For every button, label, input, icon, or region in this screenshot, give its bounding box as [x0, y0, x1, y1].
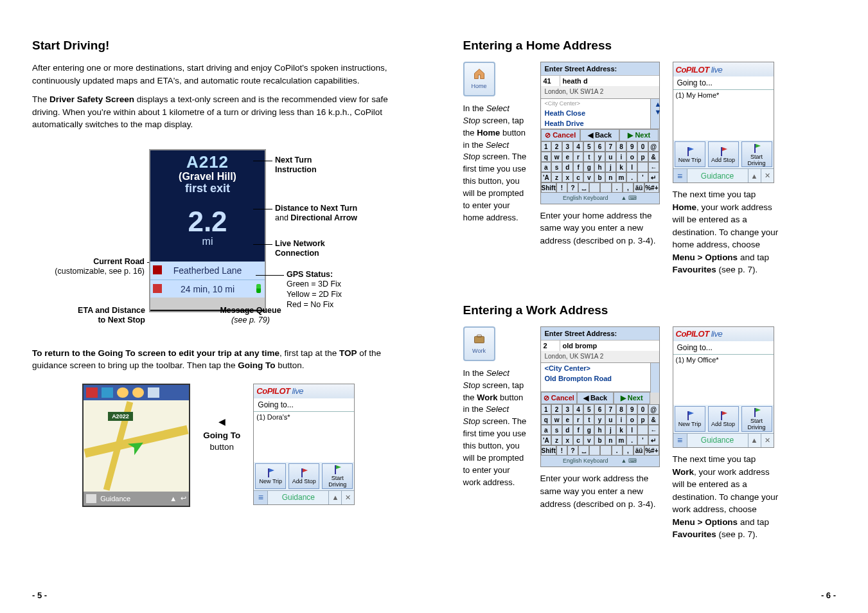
key[interactable]: . — [612, 445, 623, 456]
key[interactable]: b — [594, 172, 605, 182]
key[interactable]: & — [648, 414, 659, 425]
key[interactable]: w — [551, 152, 562, 162]
list-item[interactable]: Old Brompton Road — [541, 373, 659, 384]
key[interactable]: ↵ — [648, 172, 659, 182]
key[interactable]: x — [562, 435, 573, 445]
key[interactable]: & — [648, 152, 659, 162]
key[interactable] — [600, 445, 611, 456]
key[interactable]: 5 — [583, 404, 594, 414]
locate-icon[interactable] — [132, 387, 144, 398]
zoom-icon[interactable] — [148, 387, 159, 398]
up-icon[interactable]: ▲ — [748, 434, 761, 447]
key[interactable]: 4 — [573, 404, 584, 414]
key[interactable]: m — [616, 172, 627, 182]
key[interactable]: Shift — [541, 182, 556, 193]
key[interactable]: l — [626, 425, 637, 435]
street-input[interactable]: heath d — [560, 76, 659, 86]
key[interactable]: ← — [648, 425, 659, 435]
guidance-label[interactable]: Guidance — [687, 172, 748, 181]
key[interactable]: e — [562, 414, 573, 425]
suggestion-list[interactable]: ▲▼ <City Center> Heath Close Heath Drive — [541, 98, 659, 129]
key[interactable]: ! — [556, 445, 567, 456]
key[interactable]: l — [626, 162, 637, 172]
key[interactable]: 'A — [541, 435, 552, 445]
list-item[interactable]: Heath Close — [541, 108, 659, 118]
key[interactable]: @ — [648, 141, 659, 152]
key[interactable]: 8 — [616, 404, 627, 414]
key[interactable]: d — [562, 162, 573, 172]
key[interactable]: p — [637, 152, 648, 162]
key[interactable]: n — [605, 435, 616, 445]
key[interactable]: Shift — [541, 445, 556, 456]
key[interactable]: f — [573, 425, 584, 435]
key[interactable]: r — [573, 414, 584, 425]
kb-switch-icon[interactable]: ▲ ⌨ — [621, 457, 637, 465]
map-area[interactable]: A2022 ➤ — [84, 400, 189, 492]
key[interactable]: s — [551, 425, 562, 435]
key[interactable]: 2 — [551, 404, 562, 414]
key[interactable]: 0 — [637, 404, 648, 414]
key[interactable]: z — [551, 172, 562, 182]
key[interactable]: %#+ — [644, 182, 659, 193]
key[interactable]: s — [551, 162, 562, 172]
key[interactable]: t — [583, 414, 594, 425]
key[interactable]: 1 — [541, 404, 552, 414]
key[interactable]: ⎵ — [578, 445, 589, 456]
next-button[interactable]: ▶ Next — [614, 392, 650, 404]
key[interactable]: ? — [567, 182, 578, 193]
key[interactable]: ' — [637, 172, 648, 182]
key[interactable]: v — [583, 172, 594, 182]
key[interactable]: q — [541, 414, 552, 425]
guidance-label[interactable]: Guidance — [687, 436, 748, 445]
key[interactable]: ! — [556, 182, 567, 193]
going-to-list[interactable]: (1) Dora's* — [254, 412, 354, 462]
add-stop-button[interactable]: Add Stop — [288, 463, 319, 489]
going-to-list[interactable]: (1) My Office* — [673, 355, 774, 405]
key[interactable]: ? — [567, 445, 578, 456]
key[interactable]: ' — [637, 435, 648, 445]
cancel-button[interactable]: ⊘ Cancel — [541, 129, 580, 141]
key[interactable]: u — [605, 414, 616, 425]
key[interactable]: y — [594, 152, 605, 162]
key[interactable]: äü — [633, 445, 644, 456]
key[interactable]: @ — [648, 404, 659, 414]
street-input[interactable]: old bromp — [560, 341, 659, 351]
key[interactable]: c — [573, 435, 584, 445]
list-item[interactable]: <City Center> — [541, 363, 659, 373]
list-item[interactable]: Heath Drive — [541, 118, 659, 129]
close-icon[interactable]: ✕ — [341, 491, 354, 504]
key[interactable]: 7 — [605, 404, 616, 414]
key[interactable]: 3 — [562, 404, 573, 414]
key[interactable]: t — [583, 152, 594, 162]
going-to-list[interactable]: (1) My Home* — [673, 90, 774, 140]
close-icon[interactable]: ✕ — [761, 434, 774, 447]
goto-icon[interactable] — [86, 387, 98, 398]
key[interactable]: 9 — [626, 404, 637, 414]
key[interactable]: j — [605, 425, 616, 435]
key[interactable]: 1 — [541, 141, 552, 152]
start-driving-button[interactable]: Start Driving — [741, 406, 772, 432]
keyboard[interactable]: 1234567890@qwertyuiop&asdfghjkl←'Azxcvbn… — [541, 141, 659, 193]
guidance-label[interactable]: Guidance — [268, 493, 328, 502]
cancel-button[interactable]: ⊘ Cancel — [541, 392, 578, 404]
add-stop-button[interactable]: Add Stop — [708, 406, 739, 432]
key[interactable]: 7 — [605, 141, 616, 152]
key[interactable]: . — [612, 182, 623, 193]
key[interactable]: v — [583, 435, 594, 445]
key[interactable]: 0 — [637, 141, 648, 152]
key[interactable]: d — [562, 425, 573, 435]
key[interactable]: k — [616, 162, 627, 172]
key[interactable]: n — [605, 172, 616, 182]
key[interactable]: 4 — [573, 141, 584, 152]
home-button[interactable]: Home — [463, 62, 495, 96]
key[interactable]: x — [562, 172, 573, 182]
list-item[interactable]: (1) My Home* — [676, 91, 771, 99]
menu-icon[interactable]: ≡ — [673, 169, 687, 182]
key[interactable] — [589, 445, 600, 456]
key[interactable]: 9 — [626, 141, 637, 152]
suggestion-list[interactable]: <City Center> Old Brompton Road — [541, 362, 659, 392]
list-item[interactable]: (1) Dora's* — [256, 413, 351, 421]
key[interactable]: 5 — [583, 141, 594, 152]
new-trip-button[interactable]: New Trip — [675, 406, 705, 432]
menu-icon[interactable]: ≡ — [673, 434, 687, 447]
